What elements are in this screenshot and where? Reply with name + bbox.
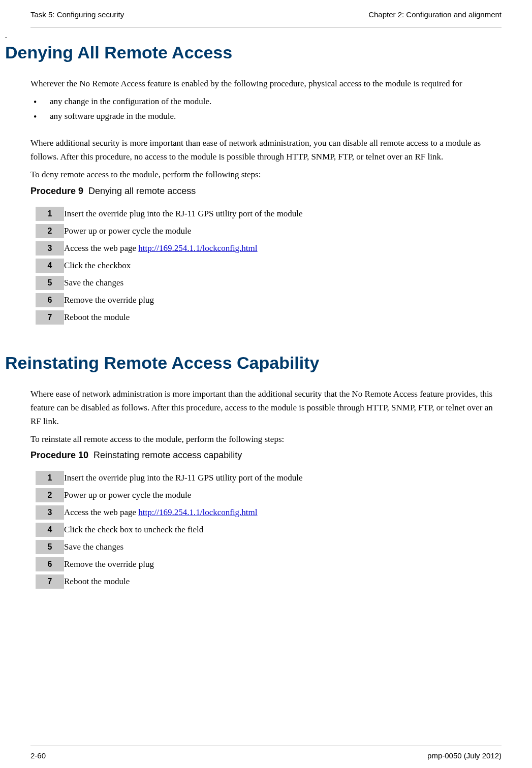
step-row: 4Click the checkbox — [36, 259, 303, 273]
step-number: 4 — [36, 523, 64, 537]
step-number: 3 — [36, 505, 64, 520]
section-heading-reinstating: Reinstating Remote Access Capability — [5, 353, 502, 373]
step-number: 5 — [36, 276, 64, 290]
step-row: 3Access the web page http://169.254.1.1/… — [36, 505, 303, 520]
step-number: 2 — [36, 488, 64, 502]
step-row: 4Click the check box to uncheck the fiel… — [36, 523, 303, 537]
dash-mark: - — [5, 34, 502, 40]
step-text: Click the check box to uncheck the field — [64, 523, 303, 537]
step-row: 1Insert the override plug into the RJ-11… — [36, 471, 303, 485]
step-text: Remove the override plug — [64, 293, 303, 307]
step-number: 7 — [36, 310, 64, 325]
step-text: Remove the override plug — [64, 557, 303, 571]
header-left: Task 5: Configuring security — [30, 10, 124, 19]
step-text: Power up or power cycle the module — [64, 224, 303, 238]
step-row: 5Save the changes — [36, 276, 303, 290]
step-number: 3 — [36, 241, 64, 255]
step-number: 1 — [36, 207, 64, 221]
lockconfig-link[interactable]: http://169.254.1.1/lockconfig.html — [138, 507, 257, 517]
step-text: Reboot the module — [64, 574, 303, 589]
body-para: Where ease of network administration is … — [30, 387, 502, 429]
procedure-title: Procedure 9 Denying all remote access — [30, 186, 502, 197]
step-text: Reboot the module — [64, 310, 303, 325]
step-row: 6Remove the override plug — [36, 293, 303, 307]
body-para: To deny remote access to the module, per… — [30, 168, 502, 181]
step-text: Insert the override plug into the RJ-11 … — [64, 207, 303, 221]
step-text: Save the changes — [64, 540, 303, 554]
step-row: 3Access the web page http://169.254.1.1/… — [36, 241, 303, 255]
step-number: 2 — [36, 224, 64, 238]
step-text: Click the checkbox — [64, 259, 303, 273]
section-heading-denying: Denying All Remote Access — [5, 43, 502, 62]
step-number: 7 — [36, 574, 64, 589]
bullet-item: any software upgrade in the module. — [30, 109, 502, 124]
step-number: 6 — [36, 557, 64, 571]
page-footer: 2-60 pmp-0050 (July 2012) — [30, 746, 502, 760]
bullet-list: any change in the configuration of the m… — [30, 94, 502, 124]
step-row: 7Reboot the module — [36, 574, 303, 589]
step-row: 2Power up or power cycle the module — [36, 488, 303, 502]
intro-para: Wherever the No Remote Access feature is… — [30, 77, 502, 90]
body-para: Where additional security is more import… — [30, 136, 502, 164]
step-text: Power up or power cycle the module — [64, 488, 303, 502]
header-right: Chapter 2: Configuration and alignment — [368, 10, 502, 19]
step-number: 6 — [36, 293, 64, 307]
step-row: 2Power up or power cycle the module — [36, 224, 303, 238]
step-row: 6Remove the override plug — [36, 557, 303, 571]
step-row: 5Save the changes — [36, 540, 303, 554]
step-prefix: Access the web page — [64, 507, 138, 517]
procedure-title: Procedure 10 Reinstating remote access c… — [30, 450, 502, 461]
procedure-name: Reinstating remote access capability — [93, 450, 242, 460]
step-text: Access the web page http://169.254.1.1/l… — [64, 505, 303, 520]
procedure-label: Procedure 9 — [30, 186, 83, 196]
step-number: 1 — [36, 471, 64, 485]
step-text: Access the web page http://169.254.1.1/l… — [64, 241, 303, 255]
step-row: 1Insert the override plug into the RJ-11… — [36, 207, 303, 221]
page-header: Task 5: Configuring security Chapter 2: … — [30, 10, 502, 27]
footer-doc-id: pmp-0050 (July 2012) — [427, 751, 502, 760]
step-number: 4 — [36, 259, 64, 273]
body-para: To reinstate all remote access to the mo… — [30, 432, 502, 446]
bullet-item: any change in the configuration of the m… — [30, 94, 502, 109]
procedure-label: Procedure 10 — [30, 450, 88, 460]
footer-page-number: 2-60 — [30, 751, 46, 760]
procedure-steps-2: 1Insert the override plug into the RJ-11… — [36, 468, 303, 592]
step-number: 5 — [36, 540, 64, 554]
step-row: 7Reboot the module — [36, 310, 303, 325]
step-prefix: Access the web page — [64, 243, 138, 253]
step-text: Save the changes — [64, 276, 303, 290]
step-text: Insert the override plug into the RJ-11 … — [64, 471, 303, 485]
procedure-name: Denying all remote access — [88, 186, 196, 196]
procedure-steps-1: 1Insert the override plug into the RJ-11… — [36, 204, 303, 328]
lockconfig-link[interactable]: http://169.254.1.1/lockconfig.html — [138, 243, 257, 253]
